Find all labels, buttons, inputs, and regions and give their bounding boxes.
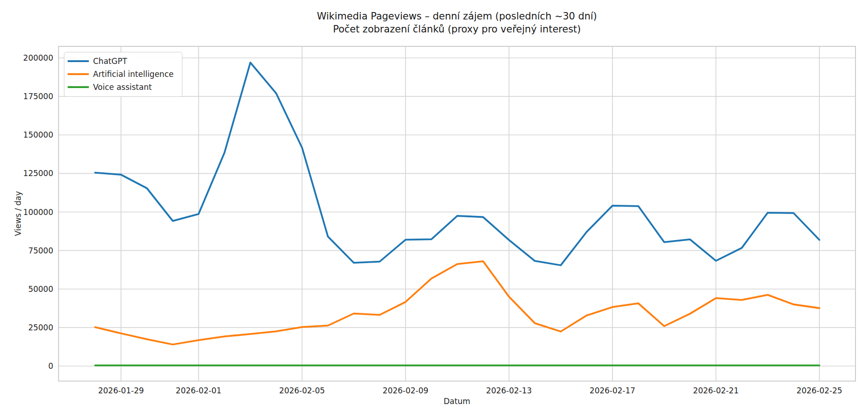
legend-label: ChatGPT	[93, 57, 127, 66]
y-tick-label: 75000	[28, 246, 53, 255]
legend-label: Voice assistant	[93, 82, 152, 92]
legend-line-voice-assistant-icon	[68, 86, 89, 88]
y-tick-label: 100000	[23, 208, 53, 217]
legend-item-chatgpt: ChatGPT	[64, 55, 182, 68]
x-tick-label: 2026-02-25	[797, 386, 843, 395]
x-tick-label: 2026-02-01	[176, 386, 222, 395]
y-tick-label: 125000	[23, 169, 53, 178]
chart-title-line2: Počet zobrazení článků (proxy pro veřejn…	[58, 23, 856, 36]
y-tick-label: 25000	[28, 323, 53, 332]
x-tick-label: 2026-02-21	[693, 386, 739, 395]
y-tick-label: 150000	[23, 130, 53, 139]
legend-item-artificial-intelligence: Artificial intelligence	[64, 68, 182, 81]
legend: ChatGPT Artificial intelligence Voice as…	[64, 52, 182, 97]
legend-item-voice-assistant: Voice assistant	[64, 81, 182, 94]
y-tick-label: 175000	[23, 92, 53, 101]
y-tick-label: 50000	[28, 284, 53, 294]
x-tick-label: 2026-02-09	[383, 386, 429, 395]
x-axis-label: Datum	[58, 397, 856, 406]
x-tick-label: 2026-02-05	[279, 386, 325, 395]
series-line-chatgpt	[95, 63, 820, 265]
series-line-artificial-intelligence	[95, 261, 820, 345]
chart-title-line1: Wikimedia Pageviews – denní zájem (posle…	[58, 10, 856, 23]
legend-line-artificial-intelligence-icon	[68, 73, 89, 76]
pageviews-line-chart-figure: 0250005000075000100000125000150000175000…	[0, 0, 868, 417]
y-axis-label: Views / day	[13, 109, 23, 318]
y-tick-label: 0	[48, 361, 53, 371]
legend-label: Artificial intelligence	[93, 70, 174, 79]
chart-title: Wikimedia Pageviews – denní zájem (posle…	[58, 10, 856, 36]
x-tick-label: 2026-02-17	[590, 386, 636, 395]
x-tick-label: 2026-01-29	[98, 386, 144, 395]
y-tick-label: 200000	[23, 53, 53, 63]
x-tick-label: 2026-02-13	[486, 386, 532, 395]
legend-line-chatgpt-icon	[68, 60, 89, 63]
